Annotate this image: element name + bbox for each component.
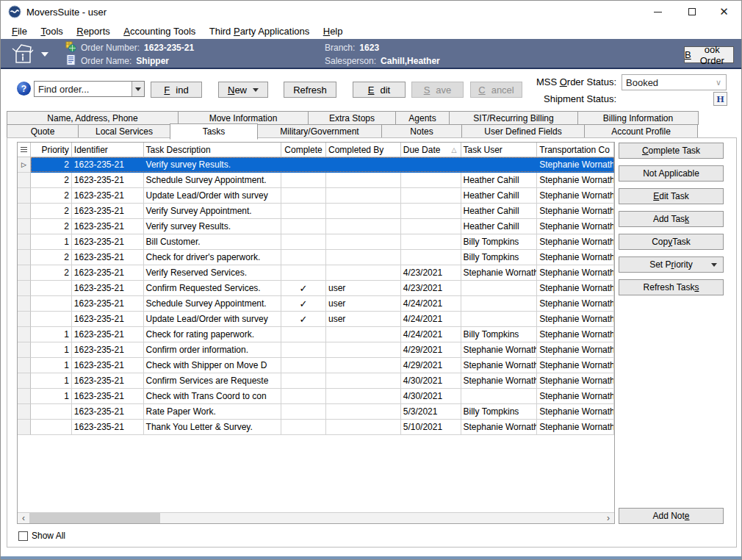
cell-priority[interactable] (31, 420, 72, 435)
cell-transportation[interactable]: Stephanie Wornath (537, 188, 614, 204)
column-header-priority[interactable]: Priority (31, 143, 72, 157)
cell-transportation[interactable]: Stephanie Wornath (537, 265, 614, 281)
cell-task_user[interactable] (461, 312, 538, 327)
cell-completed_by[interactable] (326, 265, 401, 281)
cell-task_user[interactable] (461, 281, 538, 296)
cell-identifier[interactable]: 1623-235-21 (72, 234, 144, 250)
cell-due_date[interactable]: 4/23/2021 (401, 265, 461, 281)
cell-description[interactable]: Check for driver's paperwork. (144, 250, 282, 265)
column-header-selector[interactable] (18, 143, 31, 157)
cell-complete[interactable] (281, 342, 326, 358)
tab-user-defined-fields[interactable]: User Defined Fields (461, 124, 585, 138)
cell-due_date[interactable] (401, 250, 461, 265)
cell-task_user[interactable]: Stephanie Wornath (461, 420, 538, 435)
complete-task-button[interactable]: Complete Task (619, 143, 724, 159)
table-row[interactable]: 11623-235-21Confirm Services are Request… (18, 373, 614, 389)
cell-description[interactable]: Confirm Requested Services. (144, 281, 282, 296)
table-row[interactable]: 11623-235-21Check for rating paperwork.4… (18, 327, 614, 342)
menu-reports[interactable]: Reports (71, 23, 115, 39)
cell-complete[interactable] (281, 173, 326, 188)
cell-completed_by[interactable] (326, 404, 401, 420)
menu-third-party-applications[interactable]: Third Party Applications (204, 23, 315, 39)
cell-selector[interactable] (18, 173, 31, 188)
cell-completed_by[interactable] (326, 373, 401, 389)
scrollbar-track[interactable] (29, 513, 602, 523)
cell-complete[interactable]: ✓ (281, 312, 326, 327)
cell-task_user[interactable]: Heather Cahill (461, 219, 538, 234)
edit-button[interactable]: Edit (353, 82, 406, 98)
find-order-combobox[interactable]: Find order... (34, 81, 145, 97)
cell-complete[interactable]: ✓ (281, 296, 326, 312)
cell-selector[interactable] (18, 265, 31, 281)
cell-transportation[interactable]: Stephanie Wornath (537, 312, 614, 327)
cell-priority[interactable]: 1 (31, 389, 72, 404)
cell-task_user[interactable]: Stephanie Wornath (461, 373, 538, 389)
table-row[interactable]: 1623-235-21Confirm Requested Services.✓u… (18, 281, 614, 296)
cell-priority[interactable] (31, 296, 72, 312)
cell-complete[interactable] (281, 157, 326, 173)
column-header-due_date[interactable]: Due Date△ (401, 143, 461, 157)
banner-dropdown-icon[interactable] (41, 52, 48, 57)
cell-priority[interactable] (31, 312, 72, 327)
cell-identifier[interactable]: 1623-235-21 (72, 188, 144, 204)
cell-selector[interactable] (18, 342, 31, 358)
cell-identifier[interactable]: 1623-235-21 (72, 250, 144, 265)
add-task-button[interactable]: Add Task (619, 211, 724, 227)
column-header-completed_by[interactable]: Completed By (326, 143, 401, 157)
menu-help[interactable]: Help (318, 23, 348, 39)
scrollbar-thumb[interactable] (29, 513, 160, 523)
cell-task_user[interactable] (461, 296, 538, 312)
cell-completed_by[interactable]: user (326, 312, 401, 327)
new-button[interactable]: New (218, 82, 268, 98)
cell-due_date[interactable] (401, 173, 461, 188)
cell-due_date[interactable]: 4/29/2021 (401, 358, 461, 373)
cell-due_date[interactable]: 4/24/2021 (401, 296, 461, 312)
table-row[interactable]: 11623-235-21Confirm order information.4/… (18, 342, 614, 358)
cell-identifier[interactable]: 1623-235-21 (72, 420, 144, 435)
cell-description[interactable]: Schedule Survey Appointment. (144, 173, 282, 188)
cell-completed_by[interactable] (326, 157, 401, 173)
cell-description[interactable]: Thank You Letter & Survey. (144, 420, 282, 435)
book-order-button[interactable]: Book Order (684, 46, 734, 63)
tab-local-services[interactable]: Local Services (78, 124, 170, 138)
cell-completed_by[interactable] (326, 173, 401, 188)
cell-selector[interactable] (18, 420, 31, 435)
close-button[interactable]: ✕ (707, 1, 741, 23)
table-row[interactable]: 1623-235-21Thank You Letter & Survey.5/1… (18, 420, 614, 435)
cell-complete[interactable] (281, 389, 326, 404)
cell-selector[interactable] (18, 250, 31, 265)
cell-transportation[interactable]: Stephanie Wornath (537, 250, 614, 265)
cell-priority[interactable]: 2 (31, 219, 72, 234)
cell-due_date[interactable]: 4/24/2021 (401, 327, 461, 342)
copy-task-button[interactable]: Copy Task (619, 234, 724, 250)
cell-due_date[interactable] (401, 157, 461, 173)
find-button[interactable]: Find (151, 82, 202, 98)
not-applicable-button[interactable]: Not Applicable (619, 165, 724, 182)
cell-completed_by[interactable]: user (326, 281, 401, 296)
table-row[interactable]: 1623-235-21Schedule Survey Appointment.✓… (18, 296, 614, 312)
cell-due_date[interactable]: 4/30/2021 (401, 373, 461, 389)
table-row[interactable]: 1623-235-21Rate Paper Work.5/3/2021Billy… (18, 404, 614, 420)
scroll-left-button[interactable]: ‹ (18, 513, 29, 523)
shipment-box-icon[interactable] (10, 42, 38, 68)
cell-due_date[interactable]: 4/23/2021 (401, 281, 461, 296)
cell-identifier[interactable]: 1623-235-21 (72, 312, 144, 327)
cell-priority[interactable] (31, 281, 72, 296)
cell-description[interactable]: Verify Reserved Services. (144, 265, 282, 281)
table-row[interactable]: 21623-235-21Update Lead/Order with surve… (18, 188, 614, 204)
cell-transportation[interactable]: Stephanie Wornath (537, 342, 614, 358)
cell-completed_by[interactable] (326, 234, 401, 250)
column-header-description[interactable]: Task Description (144, 143, 282, 157)
cell-complete[interactable] (281, 250, 326, 265)
cell-completed_by[interactable] (326, 327, 401, 342)
tab-extra-stops[interactable]: Extra Stops (308, 111, 396, 125)
cell-completed_by[interactable] (326, 204, 401, 219)
cell-transportation[interactable]: Stephanie Wornath (537, 296, 614, 312)
cell-description[interactable]: Verify survey Results. (144, 157, 282, 173)
cell-due_date[interactable]: 4/24/2021 (401, 312, 461, 327)
tab-tasks[interactable]: Tasks (170, 123, 258, 140)
table-row[interactable]: 11623-235-21Check with Trans Coord to co… (18, 389, 614, 404)
cell-complete[interactable] (281, 373, 326, 389)
cell-task_user[interactable]: Heather Cahill (461, 173, 538, 188)
table-row[interactable]: 21623-235-21Verify Survey Appointment.He… (18, 204, 614, 219)
